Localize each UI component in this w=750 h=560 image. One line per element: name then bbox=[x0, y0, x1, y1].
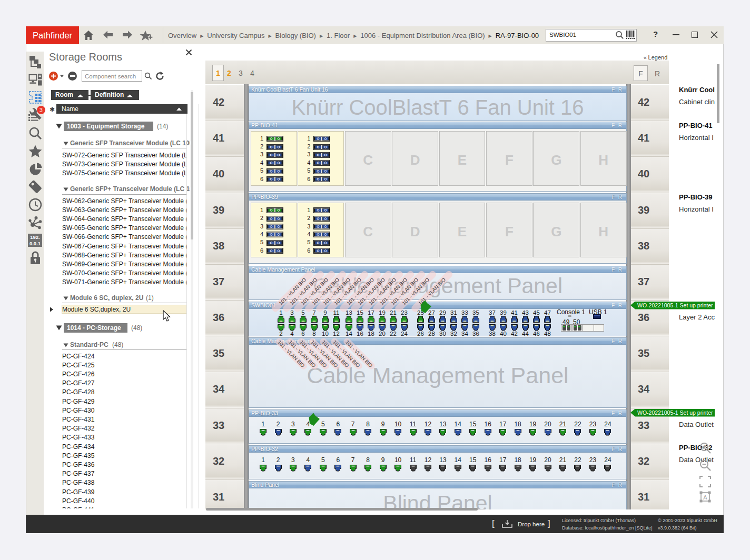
svg-text:A: A bbox=[703, 494, 707, 501]
